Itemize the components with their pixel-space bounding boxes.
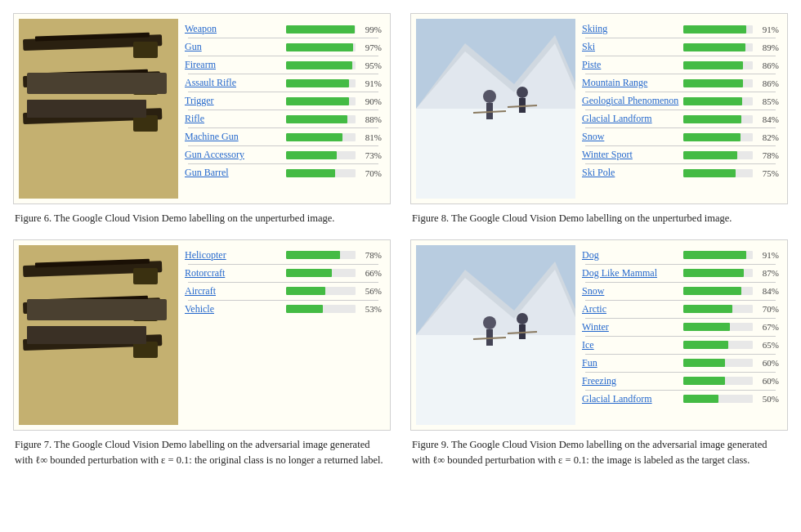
label-bar [683,43,745,51]
figure-image-fig6 [19,19,178,199]
label-bar-wrap [683,287,753,295]
label-pct: 81% [359,132,382,142]
label-name[interactable]: Helicopter [185,249,283,262]
label-name[interactable]: Ice [582,339,680,351]
label-name[interactable]: Glacial Landform [582,113,680,125]
label-name[interactable]: Aircraft [185,285,283,297]
svg-rect-6 [133,42,158,58]
label-pct: 75% [756,168,779,178]
figure-inner-fig7: Helicopter78%Rotorcraft66%Aircraft56%Veh… [13,239,391,431]
label-pct: 53% [359,304,382,314]
label-pct: 82% [756,132,779,142]
label-bar [683,133,741,141]
label-name[interactable]: Assault Rifle [185,77,283,89]
svg-point-13 [483,90,496,103]
label-bar-wrap [286,151,356,159]
svg-rect-26 [133,305,158,321]
label-name[interactable]: Arctic [582,303,680,315]
label-row: Glacial Landform84% [582,112,779,126]
label-name[interactable]: Fun [582,357,680,369]
label-bar [683,323,730,331]
label-row: Arctic70% [582,302,779,316]
svg-point-32 [483,316,496,329]
label-row: Gun97% [185,40,382,54]
labels-container-fig7: Helicopter78%Rotorcraft66%Aircraft56%Veh… [185,245,385,425]
label-row: Aircraft56% [185,284,382,298]
label-bar-wrap [286,251,356,259]
label-bar-wrap [286,79,356,87]
label-name[interactable]: Firearm [185,59,283,71]
label-name[interactable]: Trigger [185,95,283,107]
label-pct: 86% [756,78,779,88]
label-name[interactable]: Geological Phenomenon [582,95,680,107]
label-bar [683,251,746,259]
label-bar-wrap [683,269,753,277]
label-bar-wrap [286,43,356,51]
label-bar [683,341,728,349]
figure-image-fig8 [416,19,575,199]
label-pct: 88% [359,114,382,124]
label-pct: 91% [756,250,779,260]
label-row: Dog Like Mammal87% [582,266,779,280]
label-name[interactable]: Gun Accessory [185,149,283,161]
figure-image-fig9 [416,245,575,425]
label-name[interactable]: Gun [185,41,283,53]
label-name[interactable]: Dog [582,249,680,262]
figure-caption-fig9: Figure 9. The Google Cloud Vision Demo l… [410,437,788,468]
label-bar-wrap [286,97,356,105]
label-name[interactable]: Gun Barrel [185,167,283,179]
main-grid: Weapon99%Gun97%Firearm95%Assault Rifle91… [13,13,788,467]
label-bar [286,115,347,123]
label-bar [683,97,742,105]
label-row: Helicopter78% [185,248,382,262]
label-name[interactable]: Mountain Range [582,77,680,89]
label-name[interactable]: Machine Gun [185,131,283,143]
figure-inner-fig8: Skiing91%Ski89%Piste86%Mountain Range86%… [410,13,788,204]
label-name[interactable]: Glacial Landform [582,393,680,405]
label-row: Trigger90% [185,94,382,108]
label-name[interactable]: Freezing [582,375,680,387]
label-bar [286,269,332,277]
label-name[interactable]: Snow [582,285,680,297]
label-row: Ice65% [582,338,779,352]
svg-rect-31 [416,335,575,425]
label-bar [286,43,353,51]
label-row: Ski Pole75% [582,166,779,180]
label-bar [683,25,746,34]
label-bar-wrap [286,169,356,177]
label-pct: 70% [756,304,779,314]
label-name[interactable]: Rifle [185,113,283,125]
label-bar-wrap [683,341,753,349]
label-name[interactable]: Rotorcraft [185,267,283,279]
label-name[interactable]: Ski [582,41,680,53]
svg-rect-3 [23,71,160,87]
label-bar [683,115,741,123]
label-name[interactable]: Weapon [185,23,283,35]
label-name[interactable]: Snow [582,131,680,143]
label-bar-wrap [683,115,753,123]
label-pct: 84% [756,286,779,296]
label-bar [286,133,342,141]
svg-rect-7 [133,78,158,95]
label-bar [286,97,349,105]
label-name[interactable]: Skiing [582,23,680,35]
label-name[interactable]: Ski Pole [582,167,680,179]
label-row: Machine Gun81% [185,130,382,144]
label-pct: 86% [756,60,779,70]
label-pct: 60% [756,358,779,368]
label-row: Vehicle53% [185,302,382,316]
label-row: Snow82% [582,130,779,144]
label-name[interactable]: Piste [582,59,680,71]
label-bar [683,305,732,313]
label-name[interactable]: Dog Like Mammal [582,267,680,279]
label-bar-wrap [286,133,356,141]
label-bar-wrap [683,395,753,403]
label-name[interactable]: Vehicle [185,303,283,315]
label-bar [683,269,744,277]
label-name[interactable]: Winter [582,321,680,333]
label-row: Weapon99% [185,22,382,36]
label-name[interactable]: Winter Sport [582,149,680,161]
label-row: Rifle88% [185,112,382,126]
label-bar-wrap [683,79,753,87]
label-bar [286,169,335,177]
